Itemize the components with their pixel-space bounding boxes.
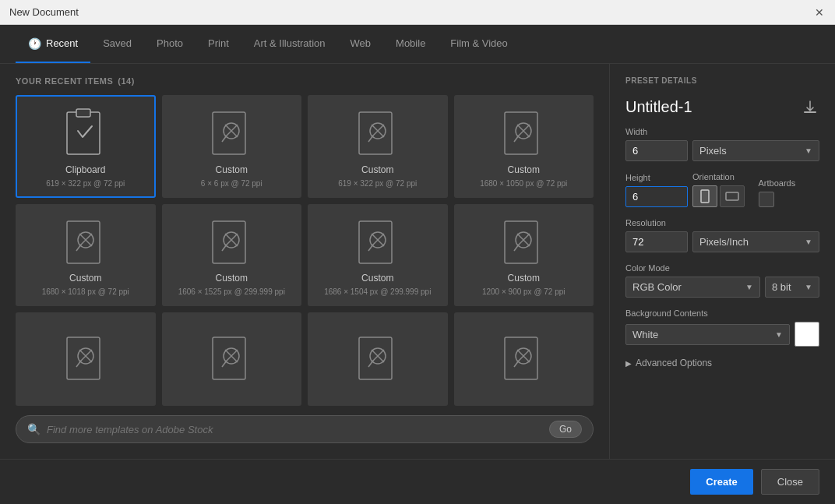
svg-line-6 [222,136,227,142]
document-icon [206,106,256,158]
tab-web-label: Web [351,37,372,49]
advanced-options-toggle[interactable]: ▶ Advanced Options [625,358,819,368]
tab-saved[interactable]: Saved [90,25,144,63]
svg-line-31 [368,245,373,251]
tab-bar: 🕐 Recent Saved Photo Print Art & Illustr… [0,25,835,64]
color-mode-select[interactable]: RGB Color ▼ [625,277,760,298]
color-depth-select[interactable]: 8 bit ▼ [765,277,819,298]
section-count: (14) [118,76,135,86]
width-field: Width Pixels ▼ [625,127,819,161]
tab-photo[interactable]: Photo [144,25,196,63]
svg-rect-57 [804,111,816,113]
color-depth-value: 8 bit [772,281,791,293]
create-button[interactable]: Create [690,469,752,495]
item-name: Custom [69,273,101,285]
tab-film[interactable]: Film & Video [438,25,520,63]
save-preset-icon[interactable] [801,97,819,116]
width-unit-label: Pixels [699,145,727,157]
list-item[interactable]: Custom 6 × 6 px @ 72 ppi [162,95,302,198]
bg-contents-select[interactable]: White ▼ [625,324,790,345]
svg-line-21 [76,245,81,251]
resolution-label: Resolution [625,218,819,227]
artboards-checkbox[interactable] [759,192,774,207]
svg-rect-58 [701,190,709,203]
list-item[interactable]: Custom 1200 × 900 px @ 72 ppi [454,204,594,307]
artboards-field: Artboards [759,178,820,207]
right-panel: PRESET DETAILS Untitled-1 Width Pixels [609,64,835,459]
document-icon [353,106,403,158]
list-item[interactable]: Custom 1680 × 1018 px @ 72 ppi [16,204,156,307]
document-icon [61,215,111,267]
item-sub: 1680 × 1018 px @ 72 ppi [42,287,129,297]
tab-web[interactable]: Web [338,25,384,63]
item-sub: 6 × 6 px @ 72 ppi [201,178,262,189]
chevron-down-icon: ▼ [805,283,812,291]
list-item[interactable] [454,312,594,406]
dialog-title: New Document [9,6,79,18]
tab-print-label: Print [208,37,229,49]
close-button[interactable]: Close [761,469,819,495]
tab-saved-label: Saved [103,37,132,49]
item-sub: 1686 × 1504 px @ 299.999 ppi [324,287,431,297]
close-icon[interactable]: ✕ [813,6,826,19]
preset-title: Untitled-1 [625,98,692,116]
orientation-group [692,185,754,207]
list-item[interactable]: Clipboard 619 × 322 px @ 72 ppi [16,95,156,198]
item-sub: 619 × 322 px @ 72 ppi [46,178,125,189]
svg-line-56 [514,361,519,367]
advanced-options-label: Advanced Options [636,358,712,368]
list-item[interactable] [16,312,156,406]
list-item[interactable]: Custom 1680 × 1050 px @ 72 ppi [454,95,594,198]
search-go-button[interactable]: Go [549,421,582,438]
list-item[interactable]: Custom 619 × 322 px @ 72 ppi [308,95,448,198]
width-unit-select[interactable]: Pixels ▼ [692,140,819,161]
search-icon: 🔍 [27,423,41,435]
chevron-down-icon: ▼ [775,330,783,339]
document-icon [61,106,111,158]
height-label: Height [625,173,688,182]
preset-details-label: PRESET DETAILS [625,76,819,85]
resolution-unit-label: Pixels/Inch [699,236,749,248]
document-icon [499,215,548,267]
recent-items-grid: Clipboard 619 × 322 px @ 72 ppi [16,95,594,406]
item-name: Custom [361,273,393,285]
list-item[interactable]: Custom 1606 × 1525 px @ 299.999 ppi [162,204,302,307]
width-label: Width [625,127,819,136]
tab-mobile-label: Mobile [396,37,425,49]
bg-color-swatch[interactable] [794,322,819,347]
list-item[interactable]: Custom 1686 × 1504 px @ 299.999 ppi [308,204,448,307]
tab-mobile[interactable]: Mobile [383,25,438,63]
document-icon [499,329,548,385]
tab-art[interactable]: Art & Illustration [241,25,338,63]
bottom-bar: Create Close [0,459,835,504]
chevron-down-icon: ▼ [805,238,812,246]
svg-rect-1 [76,109,90,117]
list-item[interactable] [162,312,302,406]
svg-line-26 [222,245,227,251]
artboards-label: Artboards [759,178,820,188]
list-item[interactable] [308,312,448,406]
svg-line-16 [514,136,519,142]
width-input[interactable] [625,140,688,161]
tab-print[interactable]: Print [196,25,241,63]
document-icon [353,329,403,385]
item-name: Custom [508,164,540,177]
dialog: 🕐 Recent Saved Photo Print Art & Illustr… [0,25,835,504]
chevron-down-icon: ▼ [805,146,812,155]
height-orientation-row: Height Orientation [625,172,819,207]
tab-recent-label: Recent [46,37,78,49]
height-input[interactable] [625,186,688,207]
item-name: Custom [361,164,393,177]
resolution-unit-select[interactable]: Pixels/Inch ▼ [692,231,819,252]
portrait-button[interactable] [692,185,717,207]
document-icon [499,106,548,158]
search-input[interactable] [47,424,543,435]
resolution-input[interactable] [625,231,688,252]
color-mode-value: RGB Color [632,281,682,293]
color-mode-field: Color Mode RGB Color ▼ 8 bit ▼ [625,263,819,298]
tab-recent[interactable]: 🕐 Recent [16,25,90,63]
landscape-button[interactable] [720,185,745,207]
chevron-right-icon: ▶ [625,359,632,368]
content-area: YOUR RECENT ITEMS (14) Clipboard 619 × 3… [0,64,835,459]
svg-line-11 [368,136,373,142]
